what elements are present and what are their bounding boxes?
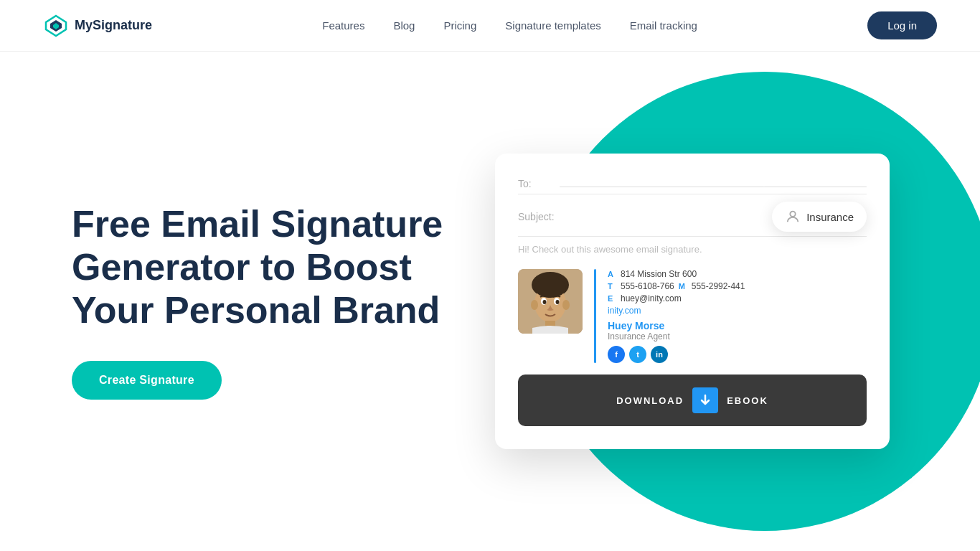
sig-job-title: Insurance Agent <box>608 331 867 342</box>
login-button[interactable]: Log in <box>867 11 937 39</box>
navbar: MySignature Features Blog Pricing Signat… <box>0 0 980 52</box>
twitter-icon[interactable]: t <box>629 346 646 363</box>
download-label: DOWNLOAD <box>616 395 684 406</box>
email-to-field: To: <box>518 174 867 194</box>
social-icons-row: f t in <box>608 346 867 363</box>
avatar-face <box>518 269 583 334</box>
sig-website-row: inity.com <box>608 306 867 316</box>
nav-features[interactable]: Features <box>322 19 364 32</box>
to-line <box>560 187 764 187</box>
nav-signature-templates[interactable]: Signature templates <box>505 19 600 32</box>
insurance-label: Insurance <box>806 211 854 223</box>
nav-pricing[interactable]: Pricing <box>443 19 476 32</box>
insurance-pill: Insurance <box>772 202 867 232</box>
email-body-text: Hi! Check out this awesome email signatu… <box>518 244 867 255</box>
linkedin-icon[interactable]: in <box>651 346 668 363</box>
nav-email-tracking[interactable]: Email tracking <box>630 19 697 32</box>
avatar <box>518 269 583 334</box>
address-value: 814 Mission Str 600 <box>621 269 697 279</box>
ebook-label: EBOOK <box>727 395 768 406</box>
logo[interactable]: MySignature <box>43 13 152 39</box>
brand-name: MySignature <box>75 18 152 33</box>
create-signature-button[interactable]: Create Signature <box>72 361 222 400</box>
svg-point-9 <box>531 300 538 310</box>
download-banner[interactable]: DOWNLOAD EBOOK <box>518 375 867 426</box>
person-icon <box>785 209 801 225</box>
svg-point-4 <box>790 212 795 217</box>
arrow-down-icon <box>698 393 712 408</box>
signature-block: A 814 Mission Str 600 T 555-6108-766 M 5… <box>518 269 867 363</box>
nav-links: Features Blog Pricing Signature template… <box>322 19 697 32</box>
tel-key: T <box>608 282 616 291</box>
svg-point-10 <box>562 300 570 310</box>
facebook-icon[interactable]: f <box>608 346 625 363</box>
signature-divider <box>594 269 596 363</box>
svg-point-13 <box>543 300 547 304</box>
subject-label: Subject: <box>518 211 555 222</box>
hero-visual: To: Subject: Insurance Hi! Check out thi… <box>473 52 937 551</box>
avatar-svg <box>518 269 583 334</box>
website-value: inity.com <box>608 306 641 316</box>
sig-name: Huey Morse <box>608 320 867 331</box>
mobile-key: M <box>679 282 687 291</box>
hero-section: Free Email Signature Generator to Boost … <box>0 52 980 551</box>
email-value: huey@inity.com <box>621 293 682 303</box>
svg-point-14 <box>556 300 560 304</box>
to-line-2 <box>764 187 867 187</box>
tel-value: 555-6108-766 <box>621 281 674 291</box>
nav-blog[interactable]: Blog <box>393 19 415 32</box>
logo-icon <box>43 13 69 39</box>
svg-point-8 <box>534 278 566 298</box>
sig-email-row: E huey@inity.com <box>608 293 867 303</box>
hero-title: Free Email Signature Generator to Boost … <box>72 203 473 331</box>
sig-address-row: A 814 Mission Str 600 <box>608 269 867 279</box>
email-key: E <box>608 294 616 303</box>
mobile-value: 555-2992-441 <box>692 281 745 291</box>
hero-text: Free Email Signature Generator to Boost … <box>72 203 473 399</box>
email-preview-card: To: Subject: Insurance Hi! Check out thi… <box>495 154 890 449</box>
sig-phone-row: T 555-6108-766 M 555-2992-441 <box>608 281 867 291</box>
subject-row: Subject: Insurance <box>518 197 867 237</box>
download-arrow-icon <box>692 387 718 413</box>
to-label: To: <box>518 178 554 189</box>
address-key: A <box>608 270 616 278</box>
signature-info: A 814 Mission Str 600 T 555-6108-766 M 5… <box>608 269 867 363</box>
